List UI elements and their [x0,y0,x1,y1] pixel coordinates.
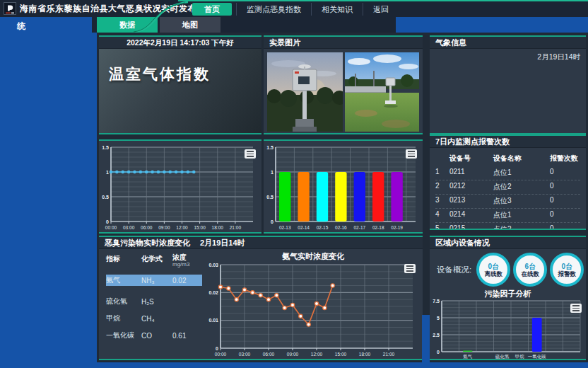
svg-text:1.5: 1.5 [266,145,274,150]
alarm-table-row: 50215点位20 [435,223,580,230]
alarm-row-index: 4 [435,210,449,220]
device-stat-label: 离线数 [484,270,502,277]
alarm-row-device-name: 点位1 [493,210,550,220]
svg-text:0.5: 0.5 [266,195,274,200]
device-stat-label: 报警数 [558,270,576,277]
devices-panel-header: 区域内设备情况 [430,237,586,249]
odor-panel-title: 恶臭污染物实时浓度变化 [105,237,190,248]
greenhouse-trend-panel: 00.511.500:0003:0006:0009:0012:0015:0018… [99,139,261,234]
greenhouse-trend-chart: 00.511.500:0003:0006:0009:0012:0015:0018… [99,141,261,234]
pollutant-name: 硫化氢 [106,297,141,306]
svg-text:氨气: 氨气 [463,354,473,359]
svg-text:06:00: 06:00 [263,352,275,357]
odor-concentration-panel: 恶臭污染物实时浓度变化 2月19日14时 指标 化学式 浓度 mg/m3 氨气N… [99,236,423,360]
svg-text:09:00: 09:00 [287,352,299,357]
daily-index-bars-svg: 00.511.502-1302-1402-1502-1602-1702-1802… [264,141,420,231]
svg-text:0.03: 0.03 [208,263,218,268]
pollutant-table: 指标 化学式 浓度 mg/m3 氨气NH₃0.02硫化氢H₂S甲烷CH₄一氧化碳… [99,249,204,360]
pollutant-row[interactable]: 硫化氢H₂S [106,296,202,307]
svg-text:15:00: 15:00 [335,352,347,357]
photo-row [264,49,423,132]
alarm-row-device-name: 点位2 [493,182,550,192]
device-stat-circle-offline: 0台离线数 [476,253,510,287]
device-stats-row: 设备概况: 0台离线数6台在线数0台报警数 [430,249,586,287]
alarm-row-device-no: 0213 [449,196,493,206]
pollutant-name: 甲烷 [106,314,141,323]
nav-item-odor-index[interactable]: 监测点恶臭指数 [236,3,311,16]
tab-data[interactable]: 数据 [97,17,158,33]
alarm-row-device-no: 0212 [449,182,493,192]
tab-map[interactable]: 地图 [160,17,220,33]
pollutant-name: 一氧化碳 [106,330,141,340]
photos-panel-header: 实景图片 [264,37,423,49]
weather-datetime: 2月19日14时 [537,52,580,62]
svg-text:0: 0 [437,350,440,355]
svg-text:18:00: 18:00 [212,225,224,230]
svg-text:1.5: 1.5 [102,145,109,150]
tab-strip: 数据地图 [92,17,396,33]
chart-menu-icon[interactable] [404,264,416,273]
svg-text:02-17: 02-17 [353,225,365,230]
odor-panel-header: 恶臭污染物实时浓度变化 2月19日14时 [99,237,423,249]
app-title: 海南省乐东黎族自治县大气恶臭状况实时发布系 [20,0,206,17]
greenhouse-index-trend-svg: 00.511.500:0003:0006:0009:0012:0015:0018… [99,141,259,231]
svg-text:00:00: 00:00 [215,352,227,357]
nav-item-home[interactable]: 首页 [192,3,232,16]
alarm-row-device-name: 点位2 [493,224,550,230]
svg-text:02-18: 02-18 [372,225,384,230]
devices-panel-title: 区域内设备情况 [435,237,490,248]
pollutant-col-indicator: 指标 [106,254,141,264]
pollutant-name: 氨气 [106,275,141,285]
nav-item-back[interactable]: 返回 [363,3,399,16]
svg-text:00:00: 00:00 [105,225,117,230]
pollutant-value: 0.61 [172,332,199,340]
alarm-table-row: 30213点位30 [435,195,580,209]
chart-menu-icon[interactable] [570,304,582,313]
pollutant-row[interactable]: 一氧化碳CO0.61 [106,330,202,341]
alarm-panel-header: 7日内监测点报警次数 [430,136,586,148]
svg-text:02-14: 02-14 [298,225,310,230]
odor-panel-datetime: 2月19日14时 [200,237,245,248]
alarm-col-spacer [435,154,449,163]
device-stat-count: 6台 [524,263,536,270]
svg-text:0.5: 0.5 [102,195,109,200]
svg-text:0: 0 [216,346,218,351]
svg-text:02-16: 02-16 [335,225,347,230]
device-stat-count: 0台 [488,263,499,270]
daily-index-panel: 00.511.502-1302-1402-1502-1602-1702-1802… [264,139,423,234]
svg-text:02-19: 02-19 [391,225,403,230]
svg-text:02-15: 02-15 [317,225,329,230]
alarm-row-count: 0 [550,182,580,192]
odor-body: 指标 化学式 浓度 mg/m3 氨气NH₃0.02硫化氢H₂S甲烷CH₄一氧化碳… [99,249,423,360]
pollution-factor-analysis-svg: 02.557.5氨气硫化氢甲烷一氧化碳 [430,299,583,360]
pollutant-row[interactable]: 氨气NH₃0.02 [106,275,202,286]
pollutant-formula: CH₄ [141,315,172,323]
svg-text:一氧化碳: 一氧化碳 [528,354,547,360]
datetime-bar: 2022年2月19日 14:17:03 下午好 [99,37,261,49]
svg-text:1: 1 [106,170,109,175]
alarm-rows: 10211点位1020212点位2030213点位3040214点位105021… [435,166,580,230]
chart-menu-icon[interactable] [406,149,417,159]
device-stat-circle-online: 6台在线数 [513,253,547,287]
svg-text:12:00: 12:00 [311,352,323,357]
svg-text:03:00: 03:00 [123,225,135,230]
dashboard-page: 统 海南省乐东黎族自治县大气恶臭状况实时发布系 首页监测点恶臭指数相关知识返回 … [0,0,588,368]
alarm-row-index: 5 [435,224,449,230]
pollutant-col-concentration: 浓度 mg/m3 [172,254,199,268]
greenhouse-index-panel: 2022年2月19日 14:17:03 下午好 温室气体指数 [99,35,261,134]
device-stat-label: 在线数 [521,270,539,277]
ammonia-realtime-trend-svg: 00.010.020.0300:0003:0006:0009:0012:0015… [204,262,420,358]
ammonia-chart-area: 氨气实时浓度变化 00.010.020.0300:0003:0006:0009:… [204,249,423,360]
svg-text:0: 0 [106,219,109,224]
alarm-row-device-no: 0215 [449,224,493,230]
pollutant-row[interactable]: 甲烷CH₄ [106,313,202,324]
alarm-row-count: 0 [550,196,580,206]
pollution-factor-title: 污染因子分析 [430,289,586,299]
device-overview-label: 设备概况: [437,265,471,275]
alarm-col-device-name: 设备名称 [493,154,550,163]
chart-menu-icon[interactable] [245,149,256,159]
pollutant-formula: CO [141,332,172,340]
device-stat-circle-alarm: 0台报警数 [550,253,584,287]
site-photos-panel: 实景图片 [264,35,423,134]
nav-item-knowledge[interactable]: 相关知识 [311,3,363,16]
